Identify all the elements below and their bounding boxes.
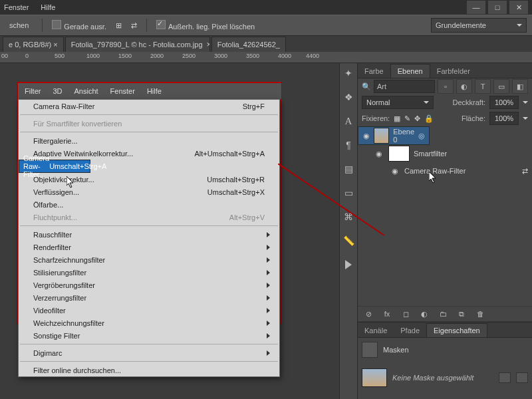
mi-stilisierung[interactable]: Stilisierungsfilter <box>19 266 279 279</box>
mi-sonstige[interactable]: Sonstige Filter <box>19 329 279 342</box>
layer-smartfilter[interactable]: ◉ Smartfilter <box>358 145 532 162</box>
layer-thumbnail[interactable] <box>374 128 389 144</box>
tab-farbe[interactable]: Farbe <box>358 65 390 78</box>
straighten-checkbox[interactable] <box>52 20 61 29</box>
horizontal-ruler: 00 0 500 1000 1500 2000 2500 3000 3500 4… <box>0 52 532 63</box>
opacity-input[interactable]: 100% <box>489 96 519 109</box>
pixel-delete-checkbox[interactable] <box>156 20 166 29</box>
play-icon[interactable] <box>342 259 354 271</box>
pixel-delete-label: Außerh. lieg. Pixel löschen <box>168 23 255 31</box>
mi-digimarc[interactable]: Digimarc <box>19 346 279 359</box>
mi-verzerrung[interactable]: Verzerrungsfilter <box>19 291 279 304</box>
mi-weichzeichnung[interactable]: Weichzeichnungsfilter <box>19 317 279 329</box>
layer-filter-dropdown[interactable]: Art <box>374 80 435 93</box>
blend-mode-dropdown[interactable]: Normal <box>362 96 434 109</box>
menu-3d[interactable]: 3D <box>53 87 62 95</box>
chevron-down-icon[interactable] <box>523 101 528 104</box>
paragraph-icon[interactable]: ¶ <box>342 139 354 151</box>
mi-online[interactable]: Filter online durchsuchen... <box>19 364 279 376</box>
clone-icon[interactable]: ❖ <box>342 91 354 103</box>
new-layer-icon[interactable]: ⧉ <box>455 310 468 319</box>
vector-mask-icon[interactable] <box>516 372 528 383</box>
filter-adjust-icon[interactable]: ◐ <box>456 79 472 94</box>
menu-hilfe[interactable]: Hilfe <box>147 87 162 95</box>
separator <box>146 19 147 32</box>
swap-icon[interactable]: ⇄ <box>131 21 137 30</box>
filter-shape-icon[interactable]: ▭ <box>493 79 509 94</box>
fx-icon[interactable]: fx <box>380 310 394 318</box>
filter-type-icon[interactable]: T <box>475 79 491 94</box>
filter-image-icon[interactable]: ▫ <box>438 79 454 94</box>
smartfilter-label: Smartfilter <box>414 150 447 158</box>
mi-rauschfilter[interactable]: Rauschfilter <box>19 228 279 241</box>
opacity-label: Deckkraft: <box>452 98 485 106</box>
layer-ebene0[interactable]: ◉ Ebene 0 ◎ <box>358 126 430 145</box>
svg-line-0 <box>278 164 384 235</box>
filter-entry-label[interactable]: Camera Raw-Filter <box>404 167 466 175</box>
trash-icon[interactable]: 🗑 <box>473 310 487 318</box>
fill-label: Fläche: <box>462 114 485 122</box>
tab-farbfelder[interactable]: Farbfelder <box>430 65 477 78</box>
mi-scharfzeichnung[interactable]: Scharfzeichnungsfilter <box>19 253 279 266</box>
nomask-label: Keine Maske ausgewählt <box>392 374 473 382</box>
tab-ebenen[interactable]: Ebenen <box>390 64 430 78</box>
char-panel-icon[interactable]: A <box>342 115 354 127</box>
grid-icon[interactable]: ⊞ <box>116 21 122 30</box>
layer-name[interactable]: Ebene 0 <box>393 128 414 144</box>
straighten-label: Gerade ausr. <box>64 23 106 31</box>
lock-paint-icon[interactable]: ✎ <box>404 114 410 123</box>
pixel-mask-icon[interactable] <box>499 372 511 383</box>
mask-type-icon[interactable] <box>362 342 378 358</box>
nomask-thumbnail <box>362 368 387 387</box>
workspace-dropdown[interactable]: Grundelemente <box>431 18 527 33</box>
filter-dropdown-menu: Camera Raw-FilterStrg+F Für Smartfilter … <box>18 99 280 377</box>
close-icon[interactable]: × <box>207 40 210 49</box>
mask-thumbnail[interactable] <box>388 146 410 162</box>
mi-camera-raw[interactable]: Camera Raw-Filter...Umschalt+Strg+A <box>19 160 90 173</box>
link-icon[interactable]: ⊘ <box>362 310 375 319</box>
mi-vergroeberung[interactable]: Vergröberungsfilter <box>19 279 279 291</box>
visibility-icon[interactable]: ◉ <box>374 150 384 158</box>
brush-icon[interactable]: ✦ <box>342 67 354 79</box>
minimize-button[interactable]: — <box>467 1 485 14</box>
mi-objektiv[interactable]: Objektivkorrektur...Umschalt+Strg+R <box>19 173 279 186</box>
visibility-icon[interactable]: ◉ <box>390 167 400 176</box>
mi-renderfilter[interactable]: Renderfilter <box>19 241 279 253</box>
group-icon[interactable]: 🗀 <box>436 310 450 318</box>
chevron-down-icon <box>517 24 522 27</box>
menu-fenster[interactable]: Fenster <box>110 87 135 95</box>
menu-ansicht[interactable]: Ansicht <box>74 87 98 95</box>
mi-oelfarbe[interactable]: Ölfarbe... <box>19 198 279 211</box>
mi-filtergalerie[interactable]: Filtergalerie... <box>19 134 279 147</box>
close-button[interactable]: ✕ <box>509 1 528 14</box>
smart-badge-icon: ◎ <box>418 132 425 140</box>
lock-transparency-icon[interactable]: ▦ <box>394 114 400 123</box>
blend-options-icon[interactable]: ⇄ <box>522 167 528 176</box>
top-menu-fenster[interactable]: Fenster <box>4 3 29 11</box>
filter-smart-icon[interactable]: ◧ <box>512 79 528 94</box>
mi-weitwinkel[interactable]: Adaptive Weitwinkelkorrektur...Alt+Umsch… <box>19 147 279 160</box>
doc-tab-0[interactable]: e 0, RGB/8#) × <box>3 37 64 52</box>
tab-kanaele[interactable]: Kanäle <box>358 324 394 337</box>
mi-fluchtpunkt: Fluchtpunkt...Alt+Strg+V <box>19 211 279 223</box>
lock-move-icon[interactable]: ✥ <box>414 114 420 123</box>
doc-tab-1[interactable]: Fotolia_797890_L © hc - Fotolia.com.jpg× <box>65 37 210 52</box>
menu-filter[interactable]: Filter <box>25 87 41 95</box>
mi-verfluessigen[interactable]: Verflüssigen...Umschalt+Strg+X <box>19 186 279 198</box>
adjustment-icon[interactable]: ◐ <box>418 310 431 319</box>
tab-pfade[interactable]: Pfade <box>394 324 426 337</box>
mi-videofilter[interactable]: Videofilter <box>19 304 279 317</box>
top-menu-hilfe[interactable]: Hilfe <box>41 3 55 11</box>
visibility-icon[interactable]: ◉ <box>362 132 370 140</box>
maximize-button[interactable]: □ <box>488 1 507 14</box>
lock-label: Fixieren: <box>362 114 390 122</box>
mi-camera-raw-last[interactable]: Camera Raw-FilterStrg+F <box>19 100 279 112</box>
opt-delete[interactable]: schen <box>5 20 33 31</box>
lock-all-icon[interactable]: 🔒 <box>424 114 434 123</box>
masken-label: Masken <box>383 346 409 354</box>
doc-tab-2[interactable]: Fotolia_42624562_ <box>211 37 286 52</box>
chevron-down-icon[interactable] <box>523 117 528 120</box>
fill-input[interactable]: 100% <box>489 112 519 125</box>
tab-eigenschaften[interactable]: Eigenschaften <box>426 323 487 337</box>
mask-icon[interactable]: ◻ <box>399 310 412 319</box>
